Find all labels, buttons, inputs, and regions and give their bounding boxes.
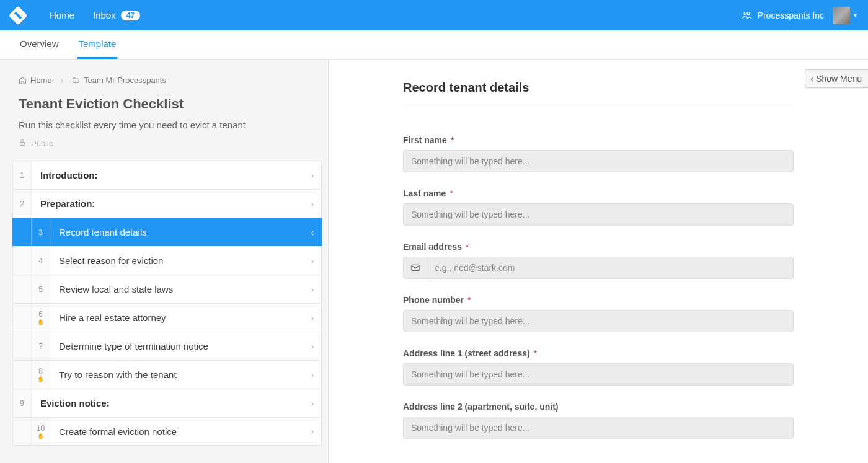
field-label: Address line 2 (apartment, suite, unit) bbox=[403, 402, 794, 412]
org-switcher[interactable]: Processpants Inc bbox=[742, 11, 824, 20]
breadcrumb-home-label: Home bbox=[30, 76, 52, 85]
row-number-text: 4 bbox=[38, 257, 43, 265]
inbox-count-badge: 47 bbox=[121, 11, 140, 20]
indent-spacer bbox=[13, 361, 32, 389]
row-number-text: 6 bbox=[38, 310, 43, 319]
envelope-icon bbox=[404, 257, 427, 278]
row-number: 7 bbox=[32, 332, 50, 360]
text-input[interactable] bbox=[404, 151, 793, 172]
input-wrapper bbox=[403, 257, 794, 279]
row-number: 8✋ bbox=[32, 361, 50, 389]
row-label: Try to reason with the tenant bbox=[50, 369, 304, 380]
row-number-text: 10 bbox=[37, 424, 45, 433]
checklist-row-9[interactable]: 9Eviction notice:› bbox=[12, 389, 322, 417]
row-label: Review local and state laws bbox=[50, 284, 304, 294]
indent-spacer bbox=[13, 304, 32, 332]
form-field: Address line 2 (apartment, suite, unit) bbox=[403, 402, 794, 439]
checklist: 1Introduction:›2Preparation:›3Record ten… bbox=[0, 161, 328, 463]
nav-inbox-label: Inbox bbox=[93, 10, 116, 20]
tab-template[interactable]: Template bbox=[78, 30, 118, 59]
app-logo[interactable] bbox=[8, 6, 27, 25]
checklist-row-10[interactable]: 10✋Create formal eviction notice› bbox=[12, 417, 322, 446]
input-wrapper bbox=[403, 310, 794, 332]
visibility-indicator[interactable]: Public bbox=[0, 130, 328, 161]
checklist-row-5[interactable]: 5Review local and state laws› bbox=[12, 275, 322, 303]
text-input[interactable] bbox=[404, 204, 793, 225]
form-field: Phone number * bbox=[403, 295, 794, 332]
indent-spacer bbox=[13, 275, 32, 303]
row-number: 9 bbox=[13, 389, 32, 417]
left-panel: Home › Team Mr Processpants Tenant Evict… bbox=[0, 60, 329, 463]
input-wrapper bbox=[403, 417, 794, 439]
org-icon bbox=[742, 11, 751, 20]
text-input[interactable] bbox=[404, 417, 793, 438]
checklist-row-2[interactable]: 2Preparation:› bbox=[12, 189, 322, 218]
field-label: Email address * bbox=[403, 242, 794, 252]
page-subtitle: Run this checklist every time you need t… bbox=[0, 112, 328, 130]
page-title: Tenant Eviction Checklist bbox=[0, 85, 328, 112]
row-number-text: 3 bbox=[38, 228, 43, 237]
tab-template-label: Template bbox=[79, 38, 117, 49]
row-number: 6✋ bbox=[32, 304, 50, 332]
user-avatar[interactable] bbox=[833, 7, 850, 24]
form-field: Email address * bbox=[403, 242, 794, 279]
checklist-row-3[interactable]: 3Record tenant details‹ bbox=[12, 218, 322, 246]
chevron-right-icon: › bbox=[304, 342, 321, 351]
stop-icon: ✋ bbox=[37, 320, 44, 325]
show-menu-label: Show Menu bbox=[816, 74, 862, 84]
visibility-label: Public bbox=[31, 139, 53, 148]
chevron-right-icon: › bbox=[304, 426, 321, 436]
row-number: 1 bbox=[13, 161, 32, 189]
checklist-row-8[interactable]: 8✋Try to reason with the tenant› bbox=[12, 360, 322, 389]
row-number-text: 5 bbox=[38, 285, 43, 294]
chevron-right-icon: › bbox=[304, 170, 321, 180]
breadcrumb-team[interactable]: Team Mr Processpants bbox=[72, 76, 166, 85]
checklist-row-4[interactable]: 4Select reason for eviction› bbox=[12, 246, 322, 275]
text-input[interactable] bbox=[404, 311, 793, 332]
chevron-right-icon: › bbox=[304, 256, 321, 266]
indent-spacer bbox=[13, 247, 32, 275]
form-field: Last name * bbox=[403, 188, 794, 226]
input-wrapper bbox=[403, 150, 794, 172]
nav-home[interactable]: Home bbox=[50, 10, 74, 20]
required-marker: * bbox=[463, 242, 469, 252]
indent-spacer bbox=[13, 418, 32, 445]
row-number-text: 8 bbox=[38, 367, 43, 376]
svg-rect-2 bbox=[20, 143, 25, 146]
email-input[interactable] bbox=[427, 257, 793, 278]
row-number-text: 7 bbox=[38, 342, 43, 351]
org-name: Processpants Inc bbox=[758, 11, 824, 20]
required-marker: * bbox=[448, 135, 454, 145]
show-menu-button[interactable]: ‹ Show Menu bbox=[805, 69, 868, 88]
row-label: Determine type of termination notice bbox=[50, 341, 304, 351]
indent-spacer bbox=[13, 218, 32, 246]
checklist-row-7[interactable]: 7Determine type of termination notice› bbox=[12, 332, 322, 360]
row-number: 10✋ bbox=[32, 418, 50, 445]
stop-icon: ✋ bbox=[37, 434, 44, 439]
breadcrumb-home[interactable]: Home bbox=[19, 76, 52, 85]
row-label: Hire a real estate attorney bbox=[50, 312, 304, 323]
lock-icon bbox=[19, 139, 26, 148]
form-field: First name * bbox=[403, 135, 794, 172]
tab-overview[interactable]: Overview bbox=[19, 30, 60, 59]
field-label: First name * bbox=[403, 135, 794, 145]
row-number-text: 1 bbox=[20, 171, 24, 180]
caret-down-icon[interactable]: ▾ bbox=[854, 12, 857, 19]
breadcrumb: Home › Team Mr Processpants bbox=[0, 72, 328, 85]
checklist-row-6[interactable]: 6✋Hire a real estate attorney› bbox=[12, 303, 322, 332]
tab-overview-label: Overview bbox=[20, 38, 59, 49]
svg-point-0 bbox=[744, 12, 746, 14]
required-marker: * bbox=[465, 295, 471, 305]
text-input[interactable] bbox=[404, 364, 793, 385]
breadcrumb-team-label: Team Mr Processpants bbox=[84, 76, 166, 85]
field-label: Last name * bbox=[403, 188, 794, 198]
row-label: Create formal eviction notice bbox=[50, 426, 304, 437]
field-label: Address line 1 (street address) * bbox=[403, 348, 794, 358]
nav-inbox[interactable]: Inbox 47 bbox=[93, 10, 140, 20]
chevron-left-icon: ‹ bbox=[304, 227, 321, 237]
checklist-row-1[interactable]: 1Introduction:› bbox=[12, 161, 322, 189]
right-panel: ‹ Show Menu Record tenant details First … bbox=[329, 60, 868, 463]
chevron-right-icon: › bbox=[304, 370, 321, 380]
input-wrapper bbox=[403, 203, 794, 226]
breadcrumb-sep: › bbox=[61, 76, 63, 85]
